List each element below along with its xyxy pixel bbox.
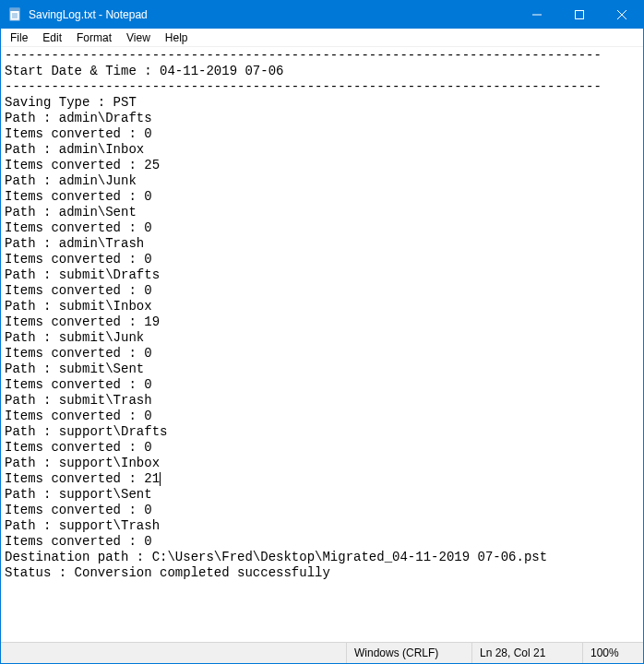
status-encoding: Windows (CRLF): [346, 643, 471, 663]
status-zoom: 100%: [582, 643, 643, 663]
close-button[interactable]: [601, 1, 643, 29]
titlebar[interactable]: SavingLog.txt - Notepad: [1, 1, 643, 29]
minimize-button[interactable]: [516, 1, 558, 29]
app-icon: [8, 7, 23, 22]
status-position: Ln 28, Col 21: [471, 643, 582, 663]
statusbar: Windows (CRLF) Ln 28, Col 21 100%: [1, 642, 643, 663]
menu-view[interactable]: View: [119, 30, 158, 45]
menu-file[interactable]: File: [3, 30, 35, 45]
editor-text[interactable]: ----------------------------------------…: [1, 47, 643, 582]
menu-help[interactable]: Help: [158, 30, 196, 45]
window-title: SavingLog.txt - Notepad: [29, 8, 148, 21]
menu-edit[interactable]: Edit: [35, 30, 69, 45]
status-spacer: [1, 643, 346, 663]
notepad-window: SavingLog.txt - Notepad File Edit Format…: [0, 0, 644, 664]
svg-rect-1: [10, 8, 19, 11]
svg-rect-6: [576, 11, 584, 19]
maximize-button[interactable]: [558, 1, 601, 29]
menu-format[interactable]: Format: [69, 30, 119, 45]
menubar: File Edit Format View Help: [1, 29, 643, 47]
text-area[interactable]: ----------------------------------------…: [1, 47, 643, 642]
text-caret: [160, 472, 161, 486]
